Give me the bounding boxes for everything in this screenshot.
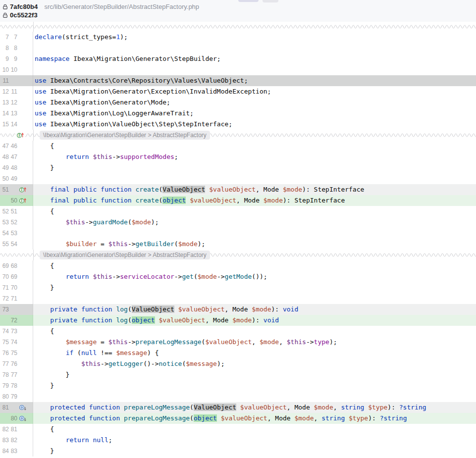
diff-line-context: 7877 }: [0, 369, 476, 380]
line-gutter: 7170: [0, 282, 33, 293]
line-number-old: 74: [0, 326, 9, 337]
diff-line-context: 8382 return null;: [0, 435, 476, 446]
diff-line-context: 99namespace Ibexa\Migration\Generator\St…: [0, 53, 476, 64]
line-number-new: 8: [10, 43, 17, 53]
line-number-new: 76: [10, 358, 17, 369]
line-gutter: 73: [0, 304, 33, 315]
code-text: {: [33, 141, 476, 152]
line-number-new: 71: [10, 293, 17, 304]
diff-header: 7afc80b4 src/lib/Generator/StepBuilder/A…: [0, 0, 476, 22]
diff-line-context: 7776 $this->getLogger()->notice($message…: [0, 358, 476, 369]
line-number-old: 9: [0, 53, 9, 64]
diff-line-context: 1010: [0, 64, 476, 75]
lock-icon: [2, 3, 8, 10]
diff-line-context: 1514use Ibexa\Migration\ValueObject\Step…: [0, 119, 476, 130]
line-gutter: 77: [0, 32, 33, 43]
line-number-old: 72: [0, 293, 9, 304]
code-text: {: [33, 424, 476, 435]
code-text: [33, 391, 476, 402]
file-path: src/lib/Generator/StepBuilder/AbstractSt…: [44, 3, 199, 10]
collapsed-region-separator[interactable]: [0, 22, 476, 32]
overridden-method-icon[interactable]: [17, 414, 33, 422]
line-number-old: 49: [0, 162, 9, 173]
line-gutter: 7574: [0, 337, 33, 348]
overridden-method-icon[interactable]: [17, 404, 33, 411]
code-text: use Ibexa\Migration\ValueObject\Step\Ste…: [33, 119, 476, 130]
line-gutter: 51I: [0, 184, 33, 195]
line-gutter: 7069: [0, 271, 33, 282]
line-number-old: 83: [0, 435, 9, 446]
code-text: use Ibexa\Migration\Generator\Mode;: [33, 97, 476, 108]
diff-editor: 77declare(strict_types=1);8899namespace …: [0, 22, 476, 457]
code-text: final public function create(object $val…: [33, 195, 476, 206]
line-number-new: 83: [10, 446, 17, 457]
line-number-new: 47: [10, 152, 17, 162]
old-commit-hash: 7afc80b4: [10, 3, 38, 10]
code-text: final public function create(ValueObject…: [33, 184, 476, 195]
revision-row-new: 0c5522f3: [0, 11, 476, 19]
line-number-old: 75: [0, 337, 9, 348]
line-number-new: 11: [10, 86, 17, 97]
code-text: private function log(object $valueObject…: [33, 315, 476, 326]
line-gutter: 4746: [0, 141, 33, 152]
diff-line-deleted: 81 protected function prepareLogMessage(…: [0, 402, 476, 413]
diff-line-context: 8079: [0, 391, 476, 402]
line-number-old: 54: [0, 228, 9, 239]
line-number-new: 68: [10, 260, 17, 271]
code-text: private function log(ValueObject $valueO…: [33, 304, 476, 315]
line-number-old: 11: [0, 75, 9, 86]
code-text: declare(strict_types=1);: [33, 32, 476, 43]
line-number-new: 73: [10, 326, 17, 337]
line-number-old: 79: [0, 380, 9, 391]
diff-line-context: 7271: [0, 293, 476, 304]
line-number-new: 82: [10, 435, 17, 446]
line-gutter: 1211: [0, 86, 33, 97]
diff-line-context: 5352 $this->guardMode($mode);: [0, 217, 476, 228]
diff-line-context: 5251 {: [0, 206, 476, 217]
code-text: use Ibexa\Migration\Log\LoggerAwareTrait…: [33, 108, 476, 119]
line-number-old: 55: [0, 239, 9, 250]
code-text: $this->guardMode($mode);: [33, 217, 476, 228]
code-text: use Ibexa\Contracts\Core\Repository\Valu…: [33, 75, 476, 86]
collapsed-region-separator[interactable]: I\Ibexa\Migration\Generator\StepBuilder …: [0, 130, 476, 141]
line-number-new: 74: [10, 337, 17, 348]
new-commit-hash: 0c5522f3: [10, 11, 38, 19]
line-number-old: 82: [0, 424, 9, 435]
line-number-new: 49: [10, 173, 17, 184]
collapsed-region-separator[interactable]: \Ibexa\Migration\Generator\StepBuilder >…: [0, 250, 476, 260]
line-number-new: 72: [10, 315, 17, 326]
implements-interface-icon[interactable]: I: [15, 131, 25, 139]
collapsed-region-label[interactable]: \Ibexa\Migration\Generator\StepBuilder >…: [40, 251, 210, 259]
code-text: use Ibexa\Migration\Generator\Exception\…: [33, 86, 476, 97]
line-number-new: 80: [10, 413, 17, 424]
line-gutter: 8382: [0, 435, 33, 446]
line-number-old: 71: [0, 282, 9, 293]
line-number-old: 10: [0, 64, 9, 75]
diff-line-context: 88: [0, 43, 476, 53]
line-number-new: 46: [10, 141, 17, 152]
code-text: $this->getLogger()->notice($message);: [33, 358, 476, 369]
implements-interface-icon[interactable]: I: [17, 197, 33, 204]
line-gutter: 1413: [0, 108, 33, 119]
line-number-old: 48: [0, 152, 9, 162]
code-text: [33, 64, 476, 75]
line-number-new: 50: [10, 195, 17, 206]
line-gutter: 81: [0, 402, 33, 413]
diff-line-added: 80 protected function prepareLogMessage(…: [0, 413, 476, 424]
line-number-new: 52: [10, 217, 17, 228]
background-tab-artifact: [238, 0, 259, 2]
line-number-old: 15: [0, 119, 9, 130]
collapsed-region-label[interactable]: \Ibexa\Migration\Generator\StepBuilder >…: [40, 131, 210, 140]
line-gutter: 8281: [0, 424, 33, 435]
diff-line-context: 7574 $message = $this->prepareLogMessage…: [0, 337, 476, 348]
line-gutter: 5453: [0, 228, 33, 239]
code-text: return $this->supportedModes;: [33, 152, 476, 162]
line-gutter: 7675: [0, 348, 33, 358]
line-gutter: 80: [0, 413, 33, 424]
implements-interface-icon[interactable]: I: [17, 186, 33, 194]
line-gutter: 8079: [0, 391, 33, 402]
line-number-old: 70: [0, 271, 9, 282]
diff-line-context: 77declare(strict_types=1);: [0, 32, 476, 43]
line-number-new: 70: [10, 282, 17, 293]
line-gutter: 88: [0, 43, 33, 53]
